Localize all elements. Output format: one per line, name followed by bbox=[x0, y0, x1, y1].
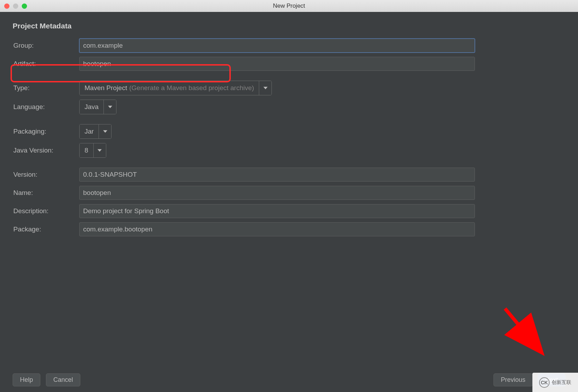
label-package: Package: bbox=[13, 225, 79, 233]
chevron-down-icon bbox=[108, 106, 112, 108]
watermark-logo: CK bbox=[539, 377, 550, 388]
name-input[interactable] bbox=[79, 186, 475, 200]
maximize-window-button[interactable] bbox=[22, 4, 27, 9]
window-title: New Project bbox=[273, 2, 305, 9]
chevron-down-icon bbox=[98, 149, 102, 152]
row-group: Group: bbox=[13, 39, 565, 53]
dialog-footer: Help Cancel Previous Next bbox=[0, 367, 578, 392]
row-package: Package: bbox=[13, 222, 565, 236]
version-input[interactable] bbox=[79, 168, 475, 182]
label-version: Version: bbox=[13, 171, 79, 178]
help-button[interactable]: Help bbox=[13, 373, 40, 386]
java-version-value: 8 bbox=[80, 143, 93, 157]
minimize-window-button bbox=[13, 4, 18, 9]
dialog-content: Project Metadata Group: Artifact: Type: … bbox=[0, 12, 578, 367]
description-input[interactable] bbox=[79, 204, 475, 218]
footer-left: Help Cancel bbox=[13, 373, 80, 386]
traffic-lights bbox=[4, 4, 27, 9]
type-combo[interactable]: Maven Project (Generate a Maven based pr… bbox=[79, 81, 272, 95]
label-language: Language: bbox=[13, 103, 79, 111]
row-packaging: Packaging: Jar bbox=[13, 124, 565, 139]
row-type: Type: Maven Project (Generate a Maven ba… bbox=[13, 81, 565, 95]
packaging-value: Jar bbox=[80, 124, 99, 138]
section-title: Project Metadata bbox=[13, 22, 565, 30]
java-version-combo[interactable]: 8 bbox=[79, 143, 106, 158]
label-packaging: Packaging: bbox=[13, 128, 79, 135]
group-input[interactable] bbox=[79, 39, 475, 53]
previous-button[interactable]: Previous bbox=[493, 373, 533, 386]
artifact-input[interactable] bbox=[79, 57, 475, 71]
row-language: Language: Java bbox=[13, 100, 565, 114]
type-value: Maven Project (Generate a Maven based pr… bbox=[80, 81, 259, 95]
watermark-text: 创新互联 bbox=[552, 379, 571, 386]
type-dropdown-button[interactable] bbox=[259, 81, 271, 95]
label-description: Description: bbox=[13, 207, 79, 215]
row-name: Name: bbox=[13, 186, 565, 200]
titlebar: New Project bbox=[0, 0, 578, 12]
packaging-combo[interactable]: Jar bbox=[79, 124, 112, 139]
label-artifact: Artifact: bbox=[13, 60, 79, 68]
label-name: Name: bbox=[13, 189, 79, 197]
type-hint: (Generate a Maven based project archive) bbox=[129, 84, 254, 92]
row-java-version: Java Version: 8 bbox=[13, 143, 565, 158]
language-combo[interactable]: Java bbox=[79, 100, 116, 114]
row-description: Description: bbox=[13, 204, 565, 218]
watermark: CK 创新互联 bbox=[532, 373, 578, 392]
chevron-down-icon bbox=[263, 87, 268, 89]
chevron-down-icon bbox=[103, 130, 107, 133]
close-window-button[interactable] bbox=[4, 4, 9, 9]
row-version: Version: bbox=[13, 168, 565, 182]
label-group: Group: bbox=[13, 42, 79, 49]
packaging-dropdown-button[interactable] bbox=[99, 124, 111, 138]
cancel-button[interactable]: Cancel bbox=[46, 373, 80, 386]
package-input[interactable] bbox=[79, 222, 475, 236]
label-type: Type: bbox=[13, 84, 79, 92]
language-dropdown-button[interactable] bbox=[103, 100, 116, 114]
row-artifact: Artifact: bbox=[13, 57, 565, 71]
java-version-dropdown-button[interactable] bbox=[93, 143, 106, 157]
label-java-version: Java Version: bbox=[13, 147, 79, 154]
language-value: Java bbox=[80, 100, 103, 114]
type-selected: Maven Project bbox=[85, 84, 127, 92]
